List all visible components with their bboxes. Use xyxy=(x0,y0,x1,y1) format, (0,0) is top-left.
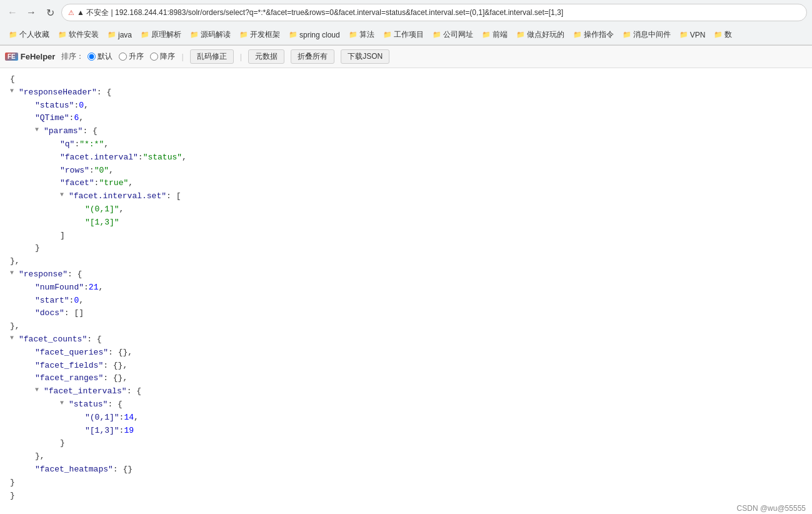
bookmark-公司网址[interactable]: 📁 公司网址 xyxy=(429,28,477,42)
metadata-button[interactable]: 元数据 xyxy=(248,49,284,64)
json-line: } xyxy=(10,242,802,255)
folder-icon: 📁 xyxy=(349,31,358,39)
url-text: ▲ 不安全 | 192.168.244.41:8983/solr/orders/… xyxy=(77,8,563,18)
collapse-all-button[interactable]: 折叠所有 xyxy=(291,49,334,64)
json-line: "facet_fields": {}, xyxy=(10,360,802,373)
json-line: "facet_queries": {}, xyxy=(10,346,802,360)
folder-icon: 📁 xyxy=(573,31,582,39)
bookmark-java[interactable]: 📁 java xyxy=(104,29,136,41)
json-line: "docs": [] xyxy=(10,307,802,320)
fehelper-logo: FE FeHelper xyxy=(5,52,55,61)
toggle-responseHeader[interactable]: ▼ xyxy=(10,86,18,96)
sort-asc[interactable]: 升序 xyxy=(119,51,144,62)
json-line: "(0,1]": 14, xyxy=(10,411,802,425)
folder-icon: 📁 xyxy=(482,31,491,39)
folder-icon: 📁 xyxy=(239,31,248,39)
json-content: { ▼ "responseHeader": { "status": 0, "QT… xyxy=(0,68,812,502)
insecure-icon: ⚠ xyxy=(68,9,74,17)
toggle-facet-interval-set[interactable]: ▼ xyxy=(60,190,68,200)
folder-icon: 📁 xyxy=(679,31,688,39)
bookmark-算法[interactable]: 📁 算法 xyxy=(345,28,378,42)
folder-icon: 📁 xyxy=(58,31,67,39)
toolbar-divider2: | xyxy=(240,52,242,61)
bookmark-前端[interactable]: 📁 前端 xyxy=(478,28,511,42)
sort-label: 排序： xyxy=(61,51,84,62)
toggle-facet-intervals[interactable]: ▼ xyxy=(35,385,43,395)
toggle-facet-counts[interactable]: ▼ xyxy=(10,333,18,343)
folder-icon: 📁 xyxy=(190,31,199,39)
toggle-params[interactable]: ▼ xyxy=(35,125,43,135)
back-button[interactable]: ← xyxy=(5,5,20,20)
folder-icon: 📁 xyxy=(516,31,525,39)
json-line: "status": 0, xyxy=(10,99,802,113)
json-line: "facet.interval": "status", xyxy=(10,151,802,164)
json-line: "facet": "true", xyxy=(10,177,802,190)
json-line: } xyxy=(10,476,802,490)
json-line: "start": 0, xyxy=(10,295,802,308)
json-line: ▼ "responseHeader": { xyxy=(10,86,802,99)
json-line: "facet_heatmaps": {} xyxy=(10,463,802,476)
json-line: ▼ "status": { xyxy=(10,398,802,411)
bookmark-个人收藏[interactable]: 📁 个人收藏 xyxy=(5,28,53,42)
json-line: "[1,3]" xyxy=(10,216,802,229)
sort-radio-group: 默认 升序 降序 xyxy=(88,51,175,62)
sort-default[interactable]: 默认 xyxy=(88,51,113,62)
bookmark-操作指令[interactable]: 📁 操作指令 xyxy=(569,28,618,42)
json-line: ] xyxy=(10,229,802,243)
json-line: "[1,3]": 19 xyxy=(10,425,802,438)
bookmark-源码解读[interactable]: 📁 源码解读 xyxy=(186,28,234,42)
download-json-button[interactable]: 下载JSON xyxy=(341,49,389,64)
toggle-status[interactable]: ▼ xyxy=(60,398,68,408)
bookmark-消息中间件[interactable]: 📁 消息中间件 xyxy=(619,28,674,42)
fehelper-toolbar: FE FeHelper 排序： 默认 升序 降序 | 乱码修正 | 元数据 折叠… xyxy=(0,46,812,68)
json-line: "facet_ranges": {}, xyxy=(10,372,802,385)
bookmark-原理解析[interactable]: 📁 原理解析 xyxy=(137,28,185,42)
json-line: }, xyxy=(10,450,802,463)
fe-badge: FE xyxy=(5,53,18,61)
bookmarks-bar: 📁 个人收藏 📁 软件安装 📁 java 📁 原理解析 📁 源码解读 📁 开发框… xyxy=(0,25,812,45)
bookmark-软件安装[interactable]: 📁 软件安装 xyxy=(54,28,103,42)
json-line: ▼ "facet.interval.set": [ xyxy=(10,190,802,203)
toggle-response[interactable]: ▼ xyxy=(10,268,18,278)
json-line: ▼ "facet_counts": { xyxy=(10,333,802,346)
bookmark-做点好玩的[interactable]: 📁 做点好玩的 xyxy=(513,28,568,42)
folder-icon: 📁 xyxy=(289,31,298,39)
bookmark-工作项目[interactable]: 📁 工作项目 xyxy=(379,28,428,42)
folder-icon: 📁 xyxy=(9,31,18,39)
folder-icon: 📁 xyxy=(623,31,631,39)
bookmark-shu[interactable]: 📁 数 xyxy=(710,28,736,42)
forward-button[interactable]: → xyxy=(24,5,39,20)
folder-icon: 📁 xyxy=(108,31,116,39)
folder-icon: 📁 xyxy=(714,31,723,39)
bookmark-spring-cloud[interactable]: 📁 spring cloud xyxy=(285,29,344,41)
json-line: { xyxy=(10,73,802,86)
folder-icon: 📁 xyxy=(383,31,392,39)
json-line: "numFound": 21, xyxy=(10,281,802,295)
sort-desc[interactable]: 降序 xyxy=(150,51,175,62)
json-line: "rows": "0", xyxy=(10,164,802,178)
luanma-button[interactable]: 乱码修正 xyxy=(190,49,234,64)
sort-section: 排序： 默认 升序 降序 xyxy=(61,51,175,62)
json-line: ▼ "response": { xyxy=(10,268,802,281)
json-line: "q": "*:*", xyxy=(10,138,802,151)
json-line: "QTime": 6, xyxy=(10,112,802,125)
browser-nav: ← → ↻ ⚠ ▲ 不安全 | 192.168.244.41:8983/solr… xyxy=(0,0,812,25)
json-line: ▼ "facet_intervals": { xyxy=(10,385,802,398)
json-line: ▼ "params": { xyxy=(10,125,802,138)
address-bar[interactable]: ⚠ ▲ 不安全 | 192.168.244.41:8983/solr/order… xyxy=(61,4,807,21)
json-line: } xyxy=(10,490,802,503)
reload-button[interactable]: ↻ xyxy=(43,5,58,20)
bookmark-vpn[interactable]: 📁 VPN xyxy=(676,29,709,41)
json-line: }, xyxy=(10,320,802,333)
fehelper-brand: FeHelper xyxy=(21,52,56,61)
json-line: } xyxy=(10,437,802,450)
bookmark-开发框架[interactable]: 📁 开发框架 xyxy=(236,28,284,42)
json-line: "(0,1]", xyxy=(10,203,802,216)
folder-icon: 📁 xyxy=(433,31,441,39)
toolbar-divider: | xyxy=(181,52,183,61)
folder-icon: 📁 xyxy=(141,31,149,39)
json-line: }, xyxy=(10,255,802,268)
